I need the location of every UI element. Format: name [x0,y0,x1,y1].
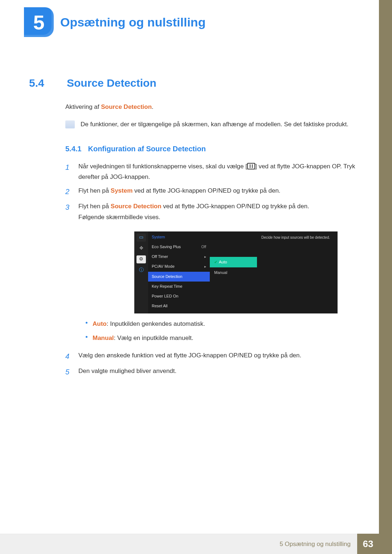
option-label: Auto [93,320,107,327]
bullet-icon [86,336,87,338]
step-4: 4 Vælg den ønskede funktion ved at flytt… [65,350,357,363]
option-text: Manual: Vælg en inputkilde manuelt. [93,333,193,344]
info-icon: ⓘ [136,266,146,274]
section-title: Source Detection [67,77,156,89]
osd-menu: System Eco Saving Plus Off Off Timer ▸ P… [148,231,210,313]
option-label: Manual [93,335,114,341]
page-container: 5 Opsætning og nulstilling 5.4 Source De… [0,0,379,554]
osd-item-label: Eco Saving Plus [152,243,181,250]
step-text: Den valgte mulighed bliver anvendt. [78,366,176,378]
step-number: 3 [65,201,72,347]
osd-menu-title: System [148,234,210,242]
osd-item-resetall: Reset All [148,301,210,311]
osd-item-label: Reset All [152,303,167,309]
step1-part-a: Når vejledningen til funktionsknapperne … [78,163,247,170]
step-2: 2 Flyt hen på System ved at flytte JOG-k… [65,185,357,198]
osd-item-label: Off Timer [152,253,168,260]
step-text: Vælg den ønskede funktion ved at flytte … [78,350,301,363]
activation-prefix: Aktivering af [65,103,101,110]
step-number: 4 [65,350,72,363]
osd-submenu-manual: Manual [210,267,257,278]
osd-submenu-auto: ✔Auto [210,257,257,267]
gear-icon: ⚙ [136,255,146,263]
osd-item-offtimer: Off Timer ▸ [148,252,210,262]
option-auto: Auto: Inputkilden genkendes automatisk. [86,319,338,329]
footer-text: 5 Opsætning og nulstilling [0,534,357,554]
osd-item-keyrepeat: Key Repeat Time [148,282,210,291]
step2-part-b: ved at flytte JOG-knappen OP/NED og tryk… [132,187,280,194]
note-row: De funktioner, der er tilgængelige på sk… [65,120,357,129]
option-list: Auto: Inputkilden genkendes automatisk. … [86,319,338,344]
step3-highlight: Source Detection [111,203,162,210]
menu-icon [247,163,255,169]
chapter-number-badge: 5 [24,7,54,37]
subsection-title: Konfiguration af Source Detection [88,145,205,153]
section-number: 5.4 [29,77,58,89]
footer-page-number: 63 [357,534,379,554]
chapter-header: 5 Opsætning og nulstilling [29,7,357,37]
bullet-icon [86,322,87,324]
osd-submenu-label: Manual [214,270,227,275]
intro-block: Aktivering af Source Detection. De funkt… [65,102,357,130]
osd-item-label: Power LED On [152,293,178,300]
activation-suffix: . [152,103,154,110]
step2-highlight: System [111,187,132,194]
osd-submenu: ✔Auto Manual [210,231,257,313]
step3-part-b: ved at flytte JOG-knappen OP/NED og tryk… [162,203,309,210]
step-number: 2 [65,185,72,198]
page-footer: 5 Opsætning og nulstilling 63 [0,534,379,554]
osd-screenshot: ▭ ✥ ⚙ ⓘ System Eco Saving Plus Off Off T… [134,231,338,313]
osd-item-pcav: PC/AV Mode ▸ [148,262,210,271]
step-text: Når vejledningen til funktionsknapperne … [78,161,357,183]
activation-line: Aktivering af Source Detection. [65,102,357,112]
chapter-title: Opsætning og nulstilling [60,15,205,29]
step-5: 5 Den valgte mulighed bliver anvendt. [65,366,357,378]
chevron-right-icon: ▸ [204,263,206,270]
osd-submenu-label: Auto [219,260,227,264]
step3-followup: Følgende skærmbillede vises. [78,212,338,223]
note-icon [65,120,75,128]
osd-item-label: PC/AV Mode [152,263,175,270]
activation-feature: Source Detection [101,103,152,110]
move-icon: ✥ [136,245,146,253]
osd-item-value: Off [201,244,206,250]
option-text: Auto: Inputkilden genkendes automatisk. [93,319,205,329]
osd-tab-strip: ▭ ✥ ⚙ ⓘ [134,231,148,313]
osd-item-label: Key Repeat Time [152,283,182,290]
step-3: 3 Flyt hen på Source Detection ved at fl… [65,201,357,347]
right-margin-stripe [379,0,392,554]
note-text: De funktioner, der er tilgængelige på sk… [81,120,348,129]
subsection-number: 5.4.1 [65,145,81,153]
option-manual: Manual: Vælg en inputkilde manuelt. [86,333,338,344]
option-desc: : Inputkilden genkendes automatisk. [107,320,205,327]
osd-item-label: Source Detection [152,273,182,280]
check-icon: ✔ [214,260,217,264]
osd-item-eco: Eco Saving Plus Off [148,242,210,252]
chevron-right-icon: ▸ [204,254,206,260]
monitor-icon: ▭ [136,234,146,242]
option-desc: : Vælg en inputkilde manuelt. [114,335,193,341]
step-number: 1 [65,161,72,183]
step2-part-a: Flyt hen på [78,187,111,194]
step-number: 5 [65,366,72,378]
subsection-header: 5.4.1 Konfiguration af Source Detection [65,145,357,153]
step-1: 1 Når vejledningen til funktionsknappern… [65,161,357,183]
step-text: Flyt hen på Source Detection ved at flyt… [78,201,338,347]
steps-list: 1 Når vejledningen til funktionsknappern… [65,161,357,379]
step3-part-a: Flyt hen på [78,203,111,210]
step-text: Flyt hen på System ved at flytte JOG-kna… [78,185,281,198]
osd-item-source-detection: Source Detection [148,272,210,282]
osd-item-powerled: Power LED On [148,291,210,301]
section-header: 5.4 Source Detection [29,77,357,89]
osd-description: Decide how input sources will be detecte… [257,231,338,313]
